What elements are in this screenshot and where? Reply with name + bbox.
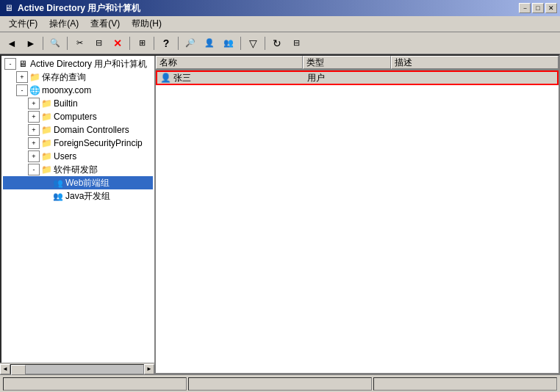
delete-button[interactable]: ✕ [109, 35, 126, 51]
tree-expander-domain-controllers[interactable]: + [28, 124, 40, 136]
tree-expander-web-group [40, 177, 51, 189]
tree-item-root[interactable]: - 🖥 Active Directory 用户和计算机 [3, 57, 153, 70]
tree-expander-moonxy[interactable]: - [16, 84, 28, 96]
tree-expander-saved-queries[interactable]: + [16, 71, 28, 83]
tree-expander-computers[interactable]: + [28, 111, 40, 123]
tree-label-foreign-security: ForeignSecurityPrincip [54, 138, 143, 148]
tree-icon-java-group: 👥 [52, 191, 64, 201]
tree-label-computers: Computers [54, 112, 97, 122]
find-users-button[interactable]: 🔎 [182, 35, 199, 51]
tree-label-builtin: Builtin [54, 98, 78, 109]
tree-icon-root: 🖥 [17, 59, 29, 69]
copy-button[interactable]: ⊟ [90, 35, 107, 51]
tree-label-software-dept: 软件研发部 [54, 164, 98, 176]
close-button[interactable]: ✕ [545, 3, 557, 13]
tree-label-web-group: Web前端组 [65, 177, 110, 189]
tree-label-users: Users [54, 151, 76, 161]
title-bar-text: Active Directory 用户和计算机 [18, 2, 140, 15]
tree-label-domain-controllers: Domain Controllers [54, 125, 129, 135]
menu-action[interactable]: 操作(A) [43, 16, 85, 32]
list-panel: 名称 类型 描述 👤 张三 用户 [156, 56, 559, 373]
toolbar-sep-5 [178, 37, 179, 50]
tree-expander-software-dept[interactable]: - [28, 164, 40, 175]
tree-scroll-track[interactable] [10, 364, 144, 374]
tree-label-moonxy: moonxy.com [42, 85, 91, 95]
tree-scroll-left[interactable]: ◄ [1, 364, 10, 374]
toolbar-sep-4 [154, 37, 154, 50]
tree-label-saved-queries: 保存的查询 [42, 71, 86, 84]
title-bar: 🖥 Active Directory 用户和计算机 － □ ✕ [0, 0, 560, 16]
tree-item-foreign-security[interactable]: + 📁 ForeignSecurityPrincip [3, 137, 153, 150]
app-icon: 🖥 [3, 2, 15, 14]
tree-scroll-right[interactable]: ► [144, 364, 154, 374]
tree-item-software-dept[interactable]: - 📁 软件研发部 [3, 163, 153, 176]
tree-item-moonxy[interactable]: - 🌐 moonxy.com [3, 84, 153, 97]
tree-item-saved-queries[interactable]: + 📁 保存的查询 [3, 70, 153, 84]
tree-expander-java-group [40, 190, 51, 202]
col-header-name[interactable]: 名称 [156, 56, 303, 69]
tree-icon-software-dept: 📁 [40, 164, 52, 175]
status-pane-2 [188, 377, 372, 391]
tree-item-web-group[interactable]: 👥 Web前端组 [3, 176, 153, 189]
list-cell-type: 用户 [304, 72, 392, 84]
status-pane-3 [373, 377, 557, 391]
list-name-text: 张三 [173, 72, 191, 84]
tree-icon-domain-controllers: 📁 [40, 125, 52, 135]
tree-icon-foreign-security: 📁 [40, 138, 52, 148]
toolbar-sep-1 [43, 37, 43, 50]
col-header-desc[interactable]: 描述 [391, 56, 559, 69]
list-header: 名称 类型 描述 [156, 56, 559, 70]
menu-file[interactable]: 文件(F) [3, 16, 43, 32]
user-icon: 👤 [160, 73, 170, 83]
tree-item-domain-controllers[interactable]: + 📁 Domain Controllers [3, 123, 153, 137]
tree-icon-web-group: 👥 [52, 178, 64, 188]
tree-item-users[interactable]: + 📁 Users [3, 150, 153, 163]
toolbar-sep-3 [129, 37, 130, 50]
tree-hscroll[interactable]: ◄ ► [1, 363, 154, 373]
help-button[interactable]: ? [157, 35, 175, 51]
filter-button[interactable]: ▽ [244, 35, 262, 51]
list-cell-name: 👤 张三 [157, 72, 304, 84]
tree-item-computers[interactable]: + 📁 Computers [3, 110, 153, 123]
back-button[interactable]: ◄ [3, 35, 21, 51]
toolbar-sep-2 [67, 37, 68, 50]
toolbar-sep-6 [240, 37, 241, 50]
menu-help[interactable]: 帮助(H) [126, 16, 168, 32]
col-header-type[interactable]: 类型 [303, 56, 391, 69]
tree-scroll-thumb[interactable] [11, 365, 26, 374]
forward-button[interactable]: ► [22, 35, 40, 51]
tree-panel: - 🖥 Active Directory 用户和计算机 + 📁 保存的查询 - … [1, 56, 156, 373]
export-button[interactable]: ⊟ [287, 35, 305, 51]
tree-icon-moonxy: 🌐 [29, 85, 40, 95]
tree-item-java-group[interactable]: 👥 Java开发组 [3, 189, 153, 203]
main-content: - 🖥 Active Directory 用户和计算机 + 📁 保存的查询 - … [0, 54, 560, 374]
tree-expander-root[interactable]: - [4, 58, 16, 70]
list-row[interactable]: 👤 张三 用户 [156, 70, 559, 85]
tree-icon-saved-queries: 📁 [29, 72, 40, 82]
minimize-button[interactable]: － [519, 3, 531, 13]
toolbar-sep-7 [265, 37, 265, 50]
menu-view[interactable]: 查看(V) [85, 16, 126, 32]
tree-item-builtin[interactable]: + 📁 Builtin [3, 97, 153, 110]
add-user-button[interactable]: 👤 [201, 35, 218, 51]
tree-icon-users: 📁 [40, 151, 52, 161]
tree-expander-users[interactable]: + [28, 150, 40, 162]
maximize-button[interactable]: □ [532, 3, 544, 13]
cut-button[interactable]: ✂ [71, 35, 88, 51]
toolbar: ◄ ► 🔍 ✂ ⊟ ✕ ⊞ ? 🔎 👤 👥 ▽ ↻ ⊟ [0, 32, 560, 54]
tree-label-java-group: Java开发组 [65, 190, 110, 203]
tree-expander-foreign-security[interactable]: + [28, 137, 40, 149]
search-button[interactable]: 🔍 [46, 35, 64, 51]
properties-button[interactable]: ⊞ [133, 35, 151, 51]
refresh-button[interactable]: ↻ [268, 35, 286, 51]
add-group-button[interactable]: 👥 [220, 35, 237, 51]
tree-label-root: Active Directory 用户和计算机 [30, 58, 147, 70]
list-cell-desc [392, 72, 557, 84]
list-type-text: 用户 [307, 72, 325, 84]
tree-expander-builtin[interactable]: + [28, 98, 40, 109]
tree-icon-computers: 📁 [40, 112, 52, 122]
status-bar [0, 374, 560, 392]
menu-bar: 文件(F) 操作(A) 查看(V) 帮助(H) [0, 16, 560, 32]
window-controls: － □ ✕ [519, 3, 557, 13]
status-pane-1 [3, 377, 187, 391]
